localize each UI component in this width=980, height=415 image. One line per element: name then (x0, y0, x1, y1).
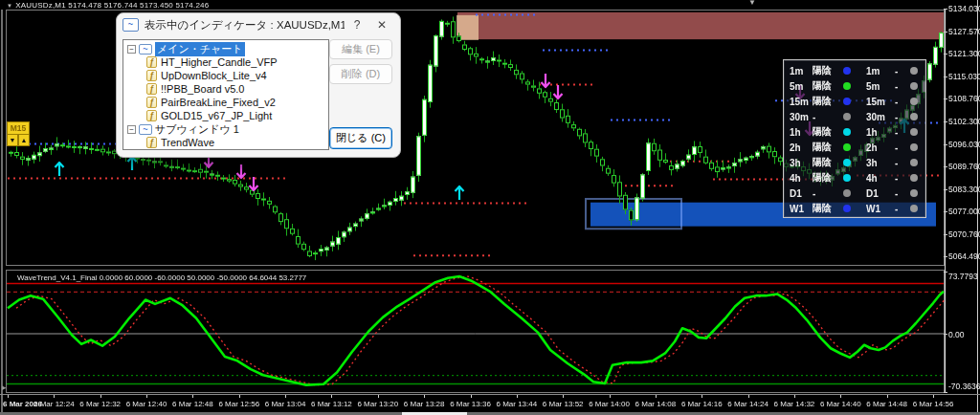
sub-axis-tick (944, 334, 947, 335)
tree-item[interactable]: ƒTrendWave (123, 136, 328, 149)
time-axis-tick (100, 395, 101, 398)
dialog-titlebar[interactable]: ~ 表示中のインディケータ : XAUUSDz,M1 ? ✕ (117, 13, 400, 36)
mtf-row: 1h陽陰1h- (784, 124, 925, 140)
mtf-st2: - (895, 81, 910, 92)
mtf-st: 陽陰 (813, 64, 843, 77)
time-axis-tick (471, 395, 472, 398)
mtf-tf: 30m (790, 112, 813, 122)
mtf-status-dot (843, 159, 851, 166)
mtf-status-dot-2 (910, 67, 918, 75)
tree-item[interactable]: ƒ!!PBB_Board v5.0 (123, 82, 328, 96)
mtf-status-dot-2 (910, 159, 918, 166)
time-axis-tick (563, 395, 564, 398)
time-axis-label: 6 Mar 14:48 (866, 400, 907, 408)
mtf-row: 3h陽陰3h- (784, 155, 925, 170)
tree-collapse-icon[interactable]: − (127, 125, 136, 134)
tree-item[interactable]: ƒPairBreakLine_Fixed_v2 (123, 96, 328, 109)
mtf-board-panel: 1m陽陰1m-5m陽陰5m-15m陽陰15m-30m-30m-1h陽陰1h-2h… (783, 59, 926, 218)
mtf-st: 陽陰 (813, 79, 843, 93)
price-axis-tick (944, 189, 947, 190)
mtf-tf2: 2h (866, 142, 895, 153)
price-axis-tick (944, 54, 947, 55)
tree-item[interactable]: ƒUpDownBlock_Lite_v4 (123, 69, 328, 82)
mtf-status-dot-2 (910, 98, 918, 105)
price-axis-label: 5089.760 (948, 162, 980, 171)
mtf-status-dot (843, 98, 851, 105)
mtf-row: 1m陽陰1m- (784, 63, 925, 78)
tree-item-label: サブウィンドウ 1 (155, 122, 239, 137)
sub-axis-label: -70.3636 (948, 382, 980, 391)
time-axis-tick (285, 395, 286, 398)
mtf-row: 2h陽陰2h- (784, 140, 925, 155)
mtf-status-dot (843, 205, 851, 212)
price-axis-label: 5096.030 (948, 140, 980, 149)
edit-button[interactable]: 編集 (E) (329, 39, 392, 59)
time-axis-label: 6 Mar 14:32 (774, 400, 815, 408)
tree-item[interactable]: −~メイン・チャート (123, 42, 328, 55)
time-axis-label: 6 Mar 14:08 (635, 400, 677, 408)
tree-item-label: メイン・チャート (155, 42, 245, 56)
mtf-status-dot-2 (910, 174, 918, 182)
tree-collapse-icon[interactable]: − (127, 45, 136, 54)
mtf-tf: 1h (790, 127, 813, 138)
price-axis-tick (944, 76, 947, 77)
price-axis-tick (944, 32, 947, 33)
tree-item[interactable]: ƒGOLD15_v67_JP_Light (123, 109, 328, 122)
time-axis-label: 6 Mar 13:36 (450, 400, 491, 408)
mtf-tf2: 5m (866, 81, 895, 92)
mt4-chart-window: ▼XAUUSDz,M1 5174.478 5176.744 5173.450 5… (0, 0, 980, 415)
dialog-icon: ~ (122, 18, 139, 32)
time-axis-label: 6 Mar 14:24 (727, 400, 768, 408)
ohlc-info-line: ▼XAUUSDz,M1 5174.478 5176.744 5173.450 5… (7, 1, 209, 10)
delete-button[interactable]: 削除 (D) (329, 64, 392, 84)
mtf-tf: 2h (790, 142, 813, 153)
tree-item-label: UpDownBlock_Lite_v4 (161, 70, 267, 81)
time-axis-separator (0, 394, 980, 395)
tree-item[interactable]: ƒHT_Higher_Candle_VFP (123, 55, 328, 69)
mtf-status-dot (843, 128, 851, 136)
top-triangle-marker[interactable]: ▼ (748, 0, 756, 7)
price-axis-label: 5064.490 (948, 251, 980, 261)
m15-down-button[interactable]: ▼ (7, 135, 18, 146)
mtf-tf: 1m (790, 66, 813, 76)
mtf-tf2: D1 (866, 188, 895, 199)
price-axis-tick (944, 256, 947, 257)
mtf-tf: 3h (790, 158, 813, 168)
time-axis-label: 6 Mar 13:44 (496, 400, 537, 408)
price-axis-label: 5121.300 (948, 49, 980, 58)
mtf-st2: - (895, 112, 910, 122)
time-axis-tick (54, 395, 55, 398)
dialog-close-button[interactable]: ✕ (369, 18, 394, 32)
time-axis-tick (794, 395, 795, 398)
time-axis-label: 6 Mar 12:56 (218, 400, 259, 408)
m15-up-button[interactable]: ▲ (18, 135, 30, 146)
price-axis-label: 5115.030 (948, 72, 980, 81)
mtf-status-dot-2 (910, 82, 918, 90)
time-axis-label: 6 Mar 13:20 (357, 400, 398, 408)
time-axis-label: 6 Mar 14:16 (681, 400, 723, 408)
time-axis-label: 6 Mar 12:48 (172, 400, 213, 408)
time-axis-tick (887, 395, 888, 398)
time-axis-label: 6 Mar 13:28 (404, 400, 445, 408)
mtf-st2: - (895, 158, 910, 168)
time-axis-tick (8, 395, 9, 398)
price-axis-label: 5134.030 (948, 4, 980, 13)
tree-item[interactable]: −~サブウィンドウ 1 (123, 122, 328, 136)
mtf-st: 陽陰 (813, 202, 843, 215)
indicator-fx-icon: ƒ (146, 70, 157, 81)
sub-axis-label: 0.00 (948, 330, 980, 339)
time-axis-tick (748, 395, 749, 398)
mtf-status-dot-2 (910, 189, 918, 197)
price-axis-label: 5102.300 (948, 117, 980, 126)
close-dialog-button[interactable]: 閉じる (C) (329, 127, 392, 149)
time-axis-tick (840, 395, 841, 398)
dialog-help-button[interactable]: ? (345, 18, 369, 32)
price-axis-tick (944, 121, 947, 122)
mtf-status-dot (843, 189, 851, 197)
chart-menu-arrow-icon[interactable]: ▼ (7, 3, 12, 9)
subwindow-expand-icon[interactable]: ▸ (2, 382, 7, 392)
mtf-st: 陽陰 (813, 156, 843, 169)
tree-item-label: GOLD15_v67_JP_Light (161, 110, 272, 121)
mtf-st2: - (895, 142, 910, 153)
mtf-st: 陽陰 (813, 95, 843, 108)
